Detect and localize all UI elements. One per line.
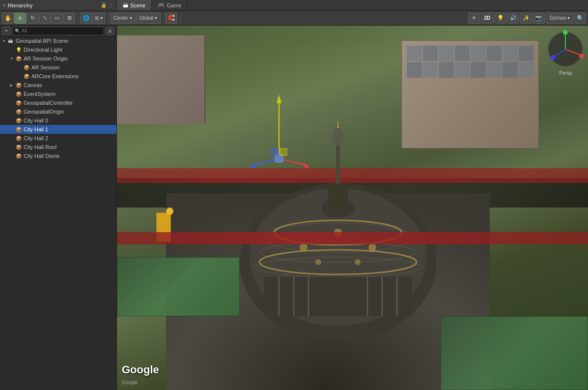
tab-scene[interactable]: 🏔 Scene [117,0,152,10]
hierarchy-title: Hierarchy [8,2,99,8]
tree-item-geospatial-controller[interactable]: ▶ 📦 GeospatialController [0,98,116,107]
grid-tools-group: 🌐 ⊞ ▾ [80,13,109,24]
canvas-expand: ▶ [10,83,16,88]
global-mode-btn[interactable]: Global ▾ [136,13,161,24]
eventsystem-label: EventSystem [24,91,56,97]
audio-btn[interactable]: 🔊 [507,13,519,24]
svg-rect-9 [328,183,348,210]
svg-point-19 [300,243,308,251]
grid-dropdown-btn[interactable]: ⊞ ▾ [92,13,105,24]
hierarchy-icon: ≡ [3,2,6,8]
scene-options-btn[interactable]: ⋮ [110,38,114,43]
ar-session-icon: 📦 [24,65,30,70]
svg-point-22 [315,259,321,265]
geo-origin-icon: 📦 [16,109,23,115]
ar-session-label: AR Session [31,64,59,70]
ar-session-no-expand: ▶ [18,65,24,70]
root-expand-arrow: ▼ [2,39,8,43]
camera-gizmo-container: Y X Z Persp [547,30,584,71]
rect-tool-btn[interactable]: ▭ [51,13,63,24]
canvas-label: Canvas [24,82,42,88]
hierarchy-toolbar: + 🔍 ⊞ [0,26,116,36]
shading-mode-btn[interactable]: ☀ [468,13,480,24]
tree-item-city-hall-dome[interactable]: ▶ 📦 City Hall Dome [0,151,116,160]
rotate-tool-btn[interactable]: ↻ [27,13,38,24]
ar-origin-label: AR Session Origin [24,56,68,61]
geo-ctrl-icon: 📦 [16,100,23,106]
roof-label: City Hall Roof [24,144,56,150]
tree-item-city-hall-2[interactable]: ▶ 📦 City Hall 2 [0,134,116,143]
google-watermark-large: Google [122,363,159,376]
scene-viewport[interactable]: Y X Z Persp Google Google [117,26,588,390]
hierarchy-tree: ▼ 🏔 Geospatial API Scene ⋮ ▶ 💡 Direction… [0,36,116,390]
tree-item-arcore-extensions[interactable]: ▶ 📦 ARCore Extensions [0,72,116,81]
roof-icon: 📦 [16,145,23,150]
ch0-label: City Hall 0 [24,118,48,123]
camera-btn[interactable]: 📷 [533,13,545,24]
right-toolbar-group: ☀ 2D 💡 🔊 ✨ 📷 Gizmos ▾ 🔍 [468,13,586,24]
snap-btn[interactable]: 🧲 [166,13,177,24]
tree-item-city-hall-1[interactable]: ▶ 📦 City Hall 1 [0,125,116,134]
dome-icon: 📦 [16,153,23,159]
tree-item-directional-light[interactable]: ▶ 💡 Directional Light [0,45,116,54]
search-input[interactable] [22,28,102,33]
scale-tool-btn[interactable]: ⤡ [39,13,51,24]
hierarchy-lock-btn[interactable]: 🔒 [101,2,107,8]
tree-item-geospatial-origin[interactable]: ▶ 📦 GeospatialOrigin [0,107,116,116]
tree-item-canvas[interactable]: ▶ 📦 Canvas [0,81,116,90]
expand-all-btn[interactable]: ⊞ [106,27,114,35]
transform-all-btn[interactable]: ⊞ [63,13,75,24]
tram-strip-mid [117,232,588,244]
eventsystem-no-expand: ▶ [10,92,16,96]
tree-item-ar-session-origin[interactable]: ▼ 📦 AR Session Origin [0,54,116,63]
pivot-mode-btn[interactable]: Center ▾ [110,13,136,24]
ch1-icon: 📦 [16,127,23,132]
dome-no-expand: ▶ [10,154,16,158]
ch1-no-expand: ▶ [10,127,16,132]
lighting-btn[interactable]: 💡 [495,13,506,24]
scene-root-label: Geospatial API Scene [16,38,68,44]
roof-no-expand: ▶ [10,145,16,150]
hierarchy-panel: + 🔍 ⊞ ▼ 🏔 Geospatial API Scene ⋮ [0,26,117,390]
create-icon: + [5,28,8,33]
svg-rect-7 [264,277,412,316]
tab-game[interactable]: 🎮 Game [152,0,188,10]
svg-text:Y: Y [563,30,565,32]
ar-origin-icon: 📦 [16,56,23,61]
arcore-no-expand: ▶ [18,74,24,79]
geo-ctrl-label: GeospatialController [24,100,73,106]
fx-btn[interactable]: ✨ [520,13,532,24]
dome-label: City Hall Dome [24,153,59,159]
gizmos-btn[interactable]: Gizmos ▾ [546,13,573,24]
ar-origin-expand: ▼ [10,57,16,61]
tree-item-event-system[interactable]: ▶ 📦 EventSystem [0,90,116,98]
geo-ctrl-no-expand: ▶ [10,101,16,105]
globe-btn[interactable]: 🌐 [80,13,92,24]
tree-item-city-hall-0[interactable]: ▶ 📦 City Hall 0 [0,116,116,125]
scene-root-item[interactable]: ▼ 🏔 Geospatial API Scene ⋮ [0,36,116,45]
scene-tab-label: Scene [130,2,145,8]
snap-group: 🧲 [166,13,181,24]
canvas-icon: 📦 [16,83,23,88]
hierarchy-search-box[interactable]: 🔍 [12,27,104,35]
svg-point-12 [332,128,344,146]
svg-text:Z: Z [551,56,553,60]
game-tab-icon: 🎮 [158,2,165,8]
scene-tab-icon: 🏔 [123,2,128,8]
city-hall-dome-svg [215,115,461,390]
hierarchy-menu-btn[interactable]: ⋮ [109,2,113,8]
create-btn[interactable]: + [2,27,11,35]
tree-item-ar-session[interactable]: ▶ 📦 AR Session [0,63,116,72]
ch0-no-expand: ▶ [10,119,16,123]
green-roof-left [117,257,240,316]
search-scene-btn[interactable]: 🔍 [574,13,586,24]
scene-root-icon: 🏔 [8,38,15,44]
transform-tools-group: ✋ ✛ ↻ ⤡ ▭ ⊞ [2,13,79,24]
2d-mode-btn[interactable]: 2D [481,13,494,24]
hand-tool-btn[interactable]: ✋ [2,13,14,24]
tree-item-city-hall-roof[interactable]: ▶ 📦 City Hall Roof [0,143,116,151]
scene-bg [117,26,588,390]
ch2-no-expand: ▶ [10,136,16,141]
directional-light-label: Directional Light [24,47,62,53]
move-tool-btn[interactable]: ✛ [14,13,26,24]
